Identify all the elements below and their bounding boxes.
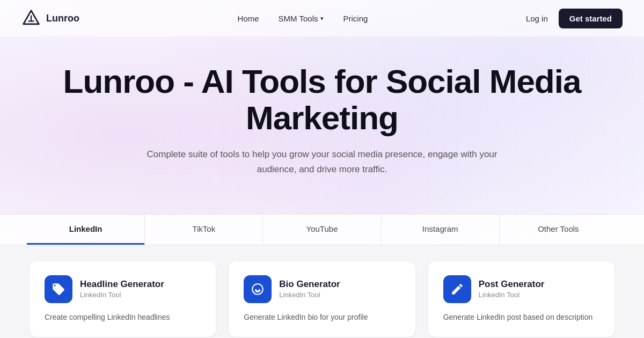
tab-linkedin[interactable]: LinkedIn bbox=[27, 215, 144, 245]
tab-tiktok[interactable]: TikTok bbox=[145, 215, 262, 245]
card-info-2: Bio Generator LinkedIn Tool bbox=[279, 279, 340, 299]
tag-icon bbox=[52, 282, 65, 296]
card-title-3: Post Generator bbox=[479, 279, 545, 290]
card-icon-bio bbox=[244, 275, 272, 303]
card-header-2: Bio Generator LinkedIn Tool bbox=[244, 275, 400, 303]
get-started-button[interactable]: Get started bbox=[559, 9, 623, 28]
tab-youtube[interactable]: YouTube bbox=[263, 215, 380, 245]
face-icon bbox=[251, 282, 265, 296]
card-bio-generator[interactable]: Bio Generator LinkedIn Tool Generate Lin… bbox=[229, 261, 415, 337]
card-header-3: Post Generator LinkedIn Tool bbox=[443, 275, 599, 303]
card-desc-2: Generate LinkedIn bio for your profile bbox=[244, 312, 400, 323]
nav-pricing[interactable]: Pricing bbox=[343, 14, 368, 23]
card-info-1: Headline Generator LinkedIn Tool bbox=[80, 279, 164, 299]
card-icon-post bbox=[443, 275, 471, 303]
card-headline-generator[interactable]: Headline Generator LinkedIn Tool Create … bbox=[30, 261, 216, 337]
card-title-2: Bio Generator bbox=[279, 279, 340, 290]
nav-home[interactable]: Home bbox=[238, 14, 259, 23]
card-header-1: Headline Generator LinkedIn Tool bbox=[45, 275, 201, 303]
card-title-1: Headline Generator bbox=[80, 279, 164, 290]
hero-title: Lunroo - AI Tools for Social Media Marke… bbox=[11, 63, 633, 136]
card-subtitle-2: LinkedIn Tool bbox=[279, 291, 340, 299]
card-desc-1: Create compelling LinkedIn headlines bbox=[45, 312, 201, 323]
tabs: LinkedIn TikTok YouTube Instagram Other … bbox=[27, 215, 617, 245]
hero-subtitle: Complete suite of tools to help you grow… bbox=[140, 147, 504, 176]
card-post-generator[interactable]: Post Generator LinkedIn Tool Generate Li… bbox=[428, 261, 614, 337]
navbar: Lunroo Home SMM Tools ▾ Pricing Log in G… bbox=[0, 0, 644, 36]
cards-section: Headline Generator LinkedIn Tool Create … bbox=[0, 245, 644, 338]
card-icon-headline bbox=[45, 275, 72, 303]
tab-other-tools[interactable]: Other Tools bbox=[500, 215, 617, 245]
tab-instagram[interactable]: Instagram bbox=[382, 215, 499, 245]
card-info-3: Post Generator LinkedIn Tool bbox=[479, 279, 545, 299]
brand-name: Lunroo bbox=[46, 13, 79, 24]
nav-actions: Log in Get started bbox=[526, 9, 623, 28]
pencil-icon bbox=[450, 282, 464, 296]
login-button[interactable]: Log in bbox=[526, 14, 548, 23]
logo[interactable]: Lunroo bbox=[21, 9, 79, 28]
nav-links: Home SMM Tools ▾ Pricing bbox=[238, 14, 368, 23]
card-desc-3: Generate LinkedIn post based on descript… bbox=[443, 312, 599, 323]
logo-icon bbox=[21, 9, 41, 28]
hero-section: Lunroo - AI Tools for Social Media Marke… bbox=[0, 36, 644, 193]
tabs-section: LinkedIn TikTok YouTube Instagram Other … bbox=[0, 214, 644, 245]
chevron-down-icon: ▾ bbox=[320, 15, 324, 22]
card-subtitle-3: LinkedIn Tool bbox=[479, 291, 545, 299]
nav-smm-tools[interactable]: SMM Tools ▾ bbox=[279, 14, 324, 23]
card-subtitle-1: LinkedIn Tool bbox=[80, 291, 164, 299]
